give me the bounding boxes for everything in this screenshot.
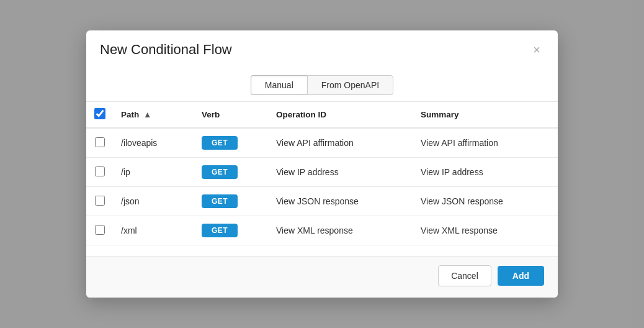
row-checkbox-cell xyxy=(86,216,114,245)
tab-from-openapi[interactable]: From OpenAPI xyxy=(307,75,393,95)
tab-bar: Manual From OpenAPI xyxy=(86,66,558,101)
verb-badge-0: GET xyxy=(202,136,238,150)
row-checkbox-cell xyxy=(86,128,114,158)
row-verb-3: GET xyxy=(194,216,269,245)
row-summary-3: View XML response xyxy=(413,216,558,245)
row-verb-0: GET xyxy=(194,128,269,158)
row-checkbox-cell xyxy=(86,187,114,216)
modal-footer: Cancel Add xyxy=(86,256,558,298)
path-sort-icon: ▲ xyxy=(143,110,151,119)
row-path-3: /xml xyxy=(114,216,194,245)
row-checkbox-3[interactable] xyxy=(95,225,105,235)
row-path-2: /json xyxy=(114,187,194,216)
modal-overlay: New Conditional Flow × Manual From OpenA… xyxy=(0,0,644,328)
table-body: /iloveapis GET View API affirmation View… xyxy=(86,128,558,245)
row-operation-id-0: View API affirmation xyxy=(269,128,413,158)
modal-body: Path ▲ Verb Operation ID Summary /ilovea… xyxy=(86,101,558,256)
verb-badge-1: GET xyxy=(202,165,238,179)
modal-dialog: New Conditional Flow × Manual From OpenA… xyxy=(86,30,558,298)
table-row: /iloveapis GET View API affirmation View… xyxy=(86,128,558,158)
row-summary-1: View IP address xyxy=(413,158,558,187)
row-operation-id-2: View JSON response xyxy=(269,187,413,216)
cancel-button[interactable]: Cancel xyxy=(438,265,491,286)
header-checkbox-cell xyxy=(86,102,114,129)
verb-badge-2: GET xyxy=(202,194,238,208)
row-checkbox-2[interactable] xyxy=(95,196,105,206)
add-button[interactable]: Add xyxy=(498,266,544,286)
close-button[interactable]: × xyxy=(529,42,544,57)
row-operation-id-3: View XML response xyxy=(269,216,413,245)
tab-manual[interactable]: Manual xyxy=(251,75,307,95)
header-summary: Summary xyxy=(413,102,558,129)
row-checkbox-1[interactable] xyxy=(95,166,105,176)
table-row: /xml GET View XML response View XML resp… xyxy=(86,216,558,245)
header-operation-id: Operation ID xyxy=(269,102,413,129)
table-header-row: Path ▲ Verb Operation ID Summary xyxy=(86,102,558,129)
table-row: /ip GET View IP address View IP address xyxy=(86,158,558,187)
row-verb-2: GET xyxy=(194,187,269,216)
row-path-1: /ip xyxy=(114,158,194,187)
row-checkbox-0[interactable] xyxy=(95,137,105,147)
row-summary-0: View API affirmation xyxy=(413,128,558,158)
row-operation-id-1: View IP address xyxy=(269,158,413,187)
row-summary-2: View JSON response xyxy=(413,187,558,216)
header-verb: Verb xyxy=(194,102,269,129)
header-path: Path ▲ xyxy=(114,102,194,129)
modal-title: New Conditional Flow xyxy=(100,42,232,58)
row-verb-1: GET xyxy=(194,158,269,187)
modal-header: New Conditional Flow × xyxy=(86,30,558,66)
row-path-0: /iloveapis xyxy=(114,128,194,158)
api-table: Path ▲ Verb Operation ID Summary /ilovea… xyxy=(86,101,558,245)
select-all-checkbox[interactable] xyxy=(94,108,105,119)
table-row: /json GET View JSON response View JSON r… xyxy=(86,187,558,216)
row-checkbox-cell xyxy=(86,158,114,187)
verb-badge-3: GET xyxy=(202,224,238,237)
